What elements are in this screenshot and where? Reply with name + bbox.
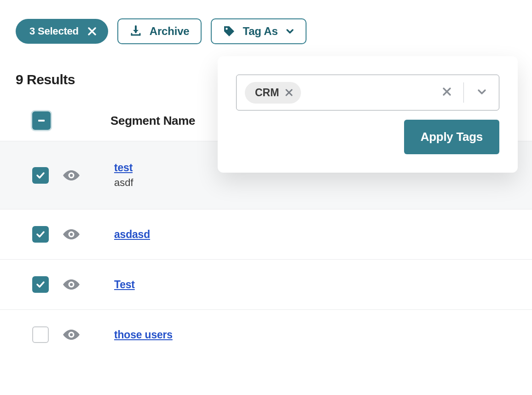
segment-link[interactable]: those users	[114, 329, 173, 341]
remove-tag-icon[interactable]	[285, 89, 293, 96]
segment-link[interactable]: Test	[114, 279, 135, 291]
selected-pill: 3 Selected	[16, 19, 108, 44]
tag-icon	[223, 25, 236, 38]
segment-link[interactable]: test	[114, 162, 133, 174]
table-row: asdasd	[0, 209, 532, 260]
segment-name-cell: those users	[114, 329, 173, 341]
table-row: Test	[0, 260, 532, 310]
visibility-icon[interactable]	[62, 328, 81, 341]
chevron-down-icon	[285, 27, 295, 36]
table-row: those users	[0, 310, 532, 360]
segment-sub: asdf	[114, 177, 133, 189]
visibility-icon[interactable]	[62, 278, 81, 291]
apply-tags-button[interactable]: Apply Tags	[404, 120, 499, 154]
tag-as-label: Tag As	[243, 25, 278, 38]
selected-count-label: 3 Selected	[29, 25, 79, 37]
segment-name-cell: test asdf	[114, 162, 133, 189]
row-checkbox[interactable]	[32, 167, 49, 184]
visibility-icon[interactable]	[62, 169, 81, 182]
clear-tags-icon[interactable]	[435, 87, 459, 98]
apply-row: Apply Tags	[236, 120, 499, 154]
tag-chip-label: CRM	[255, 87, 279, 99]
segment-link[interactable]: asdasd	[114, 228, 150, 241]
svg-point-3	[70, 174, 73, 176]
tag-dropdown-icon[interactable]	[468, 87, 495, 99]
svg-point-0	[226, 28, 227, 29]
svg-point-5	[70, 233, 73, 236]
svg-point-7	[70, 283, 73, 286]
segment-name-cell: asdasd	[114, 228, 150, 241]
svg-point-9	[70, 333, 73, 336]
clear-selection-icon[interactable]	[88, 27, 96, 35]
row-checkbox[interactable]	[32, 226, 49, 243]
column-segment-name: Segment Name	[110, 114, 195, 128]
select-all-checkbox[interactable]	[32, 111, 51, 130]
tag-as-button[interactable]: Tag As	[211, 18, 306, 44]
row-checkbox[interactable]	[32, 326, 49, 343]
tag-input[interactable]: CRM	[236, 75, 499, 110]
download-icon	[129, 25, 142, 38]
tag-chip: CRM	[245, 82, 301, 104]
archive-label: Archive	[150, 25, 190, 38]
archive-button[interactable]: Archive	[117, 18, 202, 44]
separator	[463, 82, 464, 103]
svg-rect-1	[38, 120, 45, 122]
segment-name-cell: Test	[114, 279, 135, 291]
row-checkbox[interactable]	[32, 276, 49, 293]
tag-popover: CRM Apply Tags	[218, 56, 518, 173]
visibility-icon[interactable]	[62, 228, 81, 241]
toolbar: 3 Selected Archive Tag As	[0, 0, 532, 44]
